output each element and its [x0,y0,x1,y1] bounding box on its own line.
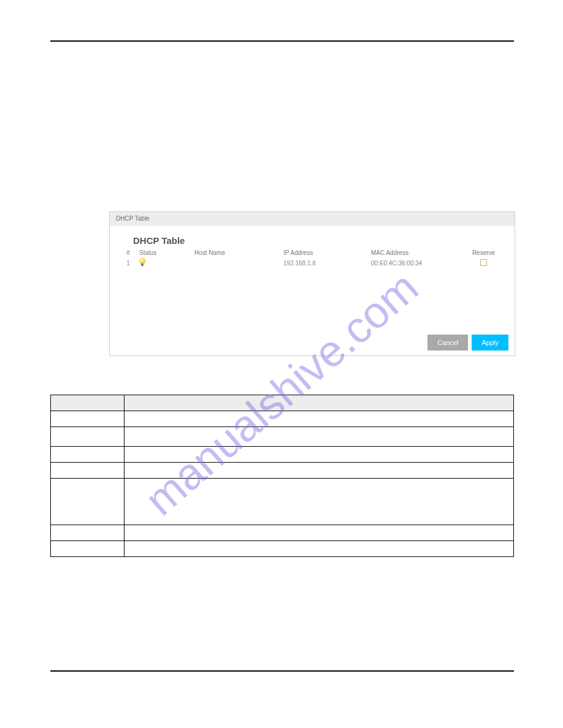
bottom-rule [50,670,514,672]
desc-header-description [124,395,514,411]
desc-text [124,427,514,447]
dhcp-columns: # Status Host Name IP Address MAC Addres… [117,249,501,256]
dhcp-panel: DHCP Table DHCP Table # Status Host Name… [109,211,515,356]
col-ip-header: IP Address [283,249,371,256]
desc-label [51,525,124,541]
col-index-header: # [117,249,139,256]
desc-text [124,479,514,525]
cell-status [139,258,194,268]
desc-text [124,541,514,557]
cell-index: 1 [117,260,139,267]
cell-mac: 00:E0:4C:36:00:34 [371,260,466,267]
desc-text [124,525,514,541]
col-mac-header: MAC Address [371,249,466,256]
desc-label [51,411,124,427]
dhcp-panel-title: DHCP Table [133,235,501,246]
top-rule [50,40,514,42]
desc-label [51,427,124,447]
apply-button[interactable]: Apply [472,335,508,351]
desc-text [124,463,514,479]
desc-label [51,447,124,463]
desc-label [51,463,124,479]
desc-text [124,447,514,463]
col-status-header: Status [139,249,194,256]
desc-header-label [51,395,124,411]
lightbulb-icon [139,258,145,267]
col-host-header: Host Name [194,249,283,256]
desc-text [124,411,514,427]
desc-label [51,541,124,557]
cell-ip: 192.168.1.8 [283,260,371,267]
reserve-checkbox[interactable] [480,259,487,266]
cell-reserve [466,259,501,267]
desc-label [51,479,124,525]
table-row: 1 192.168.1.8 00:E0:4C:36:00:34 [117,257,501,268]
col-reserve-header: Reserve [466,249,501,256]
page: DHCP Table DHCP Table # Status Host Name… [0,0,563,728]
dhcp-panel-header: DHCP Table [110,212,515,226]
description-table [50,395,514,557]
cancel-button[interactable]: Cancel [427,335,468,351]
